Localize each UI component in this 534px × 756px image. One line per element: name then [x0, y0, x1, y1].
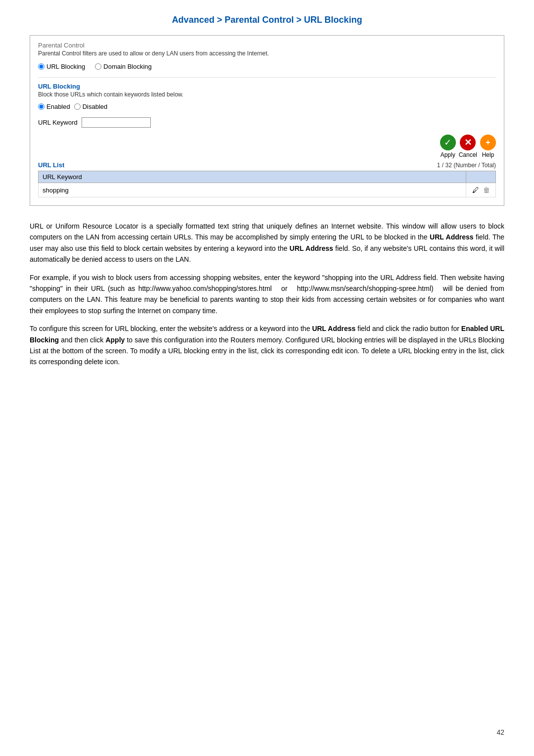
url-list-label: URL List — [38, 161, 64, 169]
help-button-group: + Help — [480, 135, 496, 158]
disabled-radio-text: Disabled — [83, 103, 108, 110]
page-title: Advanced > Parental Control > URL Blocki… — [30, 15, 504, 25]
x-icon: ✕ — [464, 137, 472, 148]
action-buttons-row: ✓ Apply ✕ Cancel + Help — [38, 135, 496, 158]
url-address-bold-3: URL Address — [312, 325, 356, 332]
domain-blocking-radio[interactable] — [95, 63, 101, 70]
column-header-keyword: URL Keyword — [39, 171, 466, 183]
url-address-bold-2: URL Address — [290, 244, 333, 252]
cancel-icon[interactable]: ✕ — [460, 135, 476, 150]
parental-control-title: Parental Control — [38, 42, 496, 49]
edit-icon[interactable]: 🖊 — [471, 185, 481, 195]
apply-button-group: ✓ Apply — [440, 135, 456, 158]
disabled-radio[interactable] — [74, 103, 81, 110]
keyword-label: URL Keyword — [38, 119, 78, 126]
disabled-radio-label[interactable]: Disabled — [74, 103, 108, 110]
delete-icon[interactable]: 🗑 — [482, 185, 491, 195]
enabled-radio-label[interactable]: Enabled — [38, 103, 70, 110]
url-blocking-section: URL Blocking Block those URLs which cont… — [38, 83, 496, 158]
domain-blocking-radio-text: Domain Blocking — [103, 63, 152, 70]
table-cell-keyword: shopping — [39, 183, 466, 197]
apply-label[interactable]: Apply — [441, 151, 455, 158]
keyword-row: URL Keyword — [38, 117, 496, 128]
url-blocking-desc: Block those URLs which contain keywords … — [38, 91, 496, 98]
column-header-actions — [466, 171, 496, 183]
enabled-url-blocking-bold: Enabled URL Blocking — [30, 325, 504, 343]
cancel-label[interactable]: Cancel — [459, 151, 477, 158]
help-label[interactable]: Help — [482, 151, 494, 158]
url-keyword-input[interactable] — [82, 117, 151, 128]
url-blocking-radio[interactable] — [38, 63, 44, 70]
parental-control-desc: Parental Control filters are used to all… — [38, 50, 496, 57]
url-blocking-radio-text: URL Blocking — [46, 63, 85, 70]
url-blocking-radio-label[interactable]: URL Blocking — [38, 63, 85, 70]
url-blocking-label: URL Blocking — [38, 83, 496, 90]
description-para-3: To configure this screen for URL blockin… — [30, 323, 504, 368]
description-para-2: For example, if you wish to block users … — [30, 272, 504, 317]
domain-blocking-radio-label[interactable]: Domain Blocking — [95, 63, 152, 70]
row-actions: 🖊 🗑 — [470, 185, 491, 195]
url-address-bold-1: URL Address — [430, 233, 474, 241]
help-icon[interactable]: + — [480, 135, 496, 150]
url-list-section: URL List 1 / 32 (Number / Total) URL Key… — [38, 161, 496, 197]
url-list-header: URL List 1 / 32 (Number / Total) — [38, 161, 496, 169]
description-section: URL or Uniform Resource Locator is a spe… — [30, 221, 504, 368]
apply-icon[interactable]: ✓ — [440, 135, 456, 150]
url-table: URL Keyword shopping 🖊 🗑 — [38, 171, 496, 197]
checkmark-icon: ✓ — [444, 137, 451, 148]
apply-bold: Apply — [105, 336, 125, 344]
page-number: 42 — [496, 728, 504, 736]
divider-1 — [38, 77, 496, 78]
description-para-1: URL or Uniform Resource Locator is a spe… — [30, 221, 504, 265]
table-cell-actions: 🖊 🗑 — [466, 183, 496, 197]
main-panel: Parental Control Parental Control filter… — [30, 35, 504, 206]
url-list-count: 1 / 32 (Number / Total) — [437, 162, 496, 169]
cancel-button-group: ✕ Cancel — [459, 135, 477, 158]
help-icon-text: + — [486, 138, 490, 147]
filter-type-radio-group: URL Blocking Domain Blocking — [38, 63, 496, 70]
table-row: shopping 🖊 🗑 — [39, 183, 496, 197]
enabled-radio-text: Enabled — [46, 103, 70, 110]
enabled-radio[interactable] — [38, 103, 44, 110]
table-header-row: URL Keyword — [39, 171, 496, 183]
parental-control-section: Parental Control Parental Control filter… — [38, 42, 496, 70]
enabled-radio-group: Enabled Disabled — [38, 103, 496, 110]
